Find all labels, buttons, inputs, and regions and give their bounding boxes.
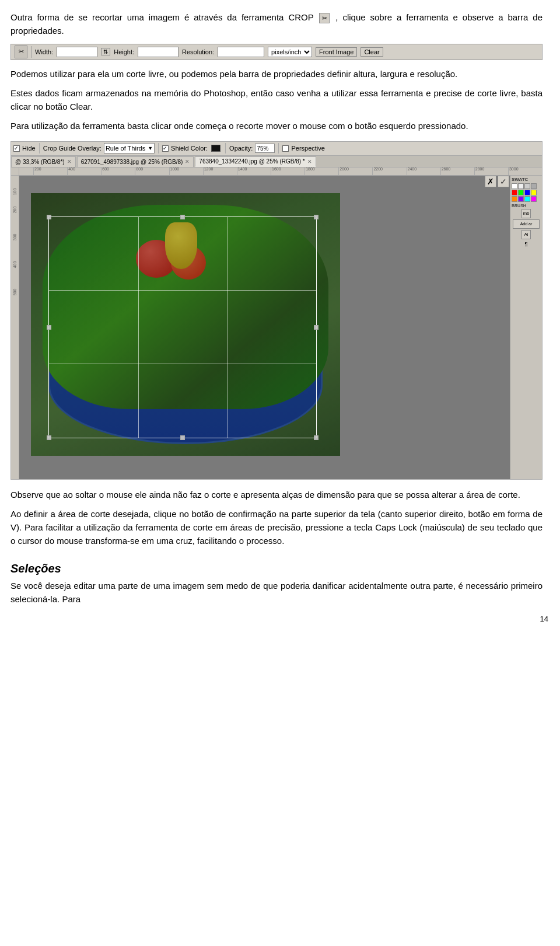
tab-bar: @ 33,3% (RGB/8*) ✕ 627091_49897338.jpg @… xyxy=(10,155,542,167)
ruler-mark: 1000 xyxy=(169,167,203,175)
vertical-ruler: 100 200 300 400 500 xyxy=(11,176,19,479)
rule-of-thirds-option: Rule of Thirds xyxy=(106,145,145,152)
tab-1-label: 627091_49897338.jpg @ 25% (RGB/8) xyxy=(81,159,183,165)
hide-checkbox[interactable] xyxy=(13,145,20,152)
handle-top-center[interactable] xyxy=(180,215,185,219)
tab-2-label: 763840_13342240.jpg @ 25% (RGB/8) * xyxy=(199,158,304,165)
tab-1[interactable]: 627091_49897338.jpg @ 25% (RGB/8) ✕ xyxy=(77,156,194,167)
shield-checkbox[interactable] xyxy=(162,145,169,152)
selecoes-para: Se você deseja editar uma parte de uma i… xyxy=(10,579,542,606)
body-para2: Estes dados ficam armazenados na memória… xyxy=(10,86,542,114)
thirds-line-v1 xyxy=(138,217,139,438)
ruler-mark: 800 xyxy=(135,167,169,175)
hide-label: Hide xyxy=(22,145,36,152)
cancel-crop-button[interactable]: ✗ xyxy=(485,176,496,187)
crop-tool-button[interactable]: ✂ xyxy=(15,46,27,58)
swatch-green[interactable] xyxy=(518,190,524,196)
ruler-mark: 2600 xyxy=(440,167,474,175)
tab-0[interactable]: @ 33,3% (RGB/8*) ✕ xyxy=(11,156,76,167)
ai-btn[interactable]: Ai xyxy=(522,230,531,239)
ruler-mark: 1200 xyxy=(203,167,237,175)
swatches-title: SWATC xyxy=(512,177,541,182)
ruler-mark: 1600 xyxy=(271,167,304,175)
handle-bottom-center[interactable] xyxy=(180,435,185,440)
handle-middle-left[interactable] xyxy=(47,325,51,330)
confirm-crop-button[interactable]: ✓ xyxy=(498,176,509,187)
tab-1-close[interactable]: ✕ xyxy=(185,159,190,165)
tab-2[interactable]: 763840_13342240.jpg @ 25% (RGB/8) * ✕ xyxy=(195,156,316,167)
handle-middle-right[interactable] xyxy=(314,325,318,330)
canvas-area: 100 200 300 400 500 ✗ ✓ xyxy=(10,175,542,480)
swatch-yellow[interactable] xyxy=(531,190,537,196)
handle-bottom-left[interactable] xyxy=(47,435,51,440)
mb-button[interactable]: mb xyxy=(522,209,531,218)
selecoes-heading: Seleções xyxy=(10,562,542,575)
resolution-unit-select[interactable]: pixels/inch xyxy=(268,47,312,57)
canvas-content: ✗ ✓ xyxy=(19,176,542,479)
height-swap-btn[interactable]: ⇅ xyxy=(101,48,110,55)
body-para1: Podemos utilizar para ela um corte livre… xyxy=(10,67,542,81)
swatches-panel: SWATC xyxy=(510,176,542,479)
ruler-mark: 1400 xyxy=(237,167,271,175)
tab-2-close[interactable]: ✕ xyxy=(307,159,312,165)
crop-guide-dropdown[interactable]: Rule of Thirds ▼ xyxy=(104,143,155,153)
swatch-magenta[interactable] xyxy=(531,196,537,202)
crop-tool-icon: ✂ xyxy=(319,13,330,23)
height-label: Height: xyxy=(114,48,134,55)
add-area-btn[interactable]: Add ar xyxy=(513,219,540,229)
swatch-lightgray[interactable] xyxy=(518,183,524,189)
resolution-input[interactable] xyxy=(218,47,264,57)
horizontal-ruler: 200 400 600 800 1000 1200 1400 1600 1800… xyxy=(10,167,542,175)
handle-top-right[interactable] xyxy=(314,215,318,219)
swatch-gray2[interactable] xyxy=(531,183,537,189)
swatch-row-1 xyxy=(512,183,541,189)
opacity-input[interactable] xyxy=(255,144,275,153)
paragraph-btn[interactable]: ¶ xyxy=(512,241,541,247)
ruler-mark: 2400 xyxy=(407,167,440,175)
swatch-orange[interactable] xyxy=(512,196,517,202)
ruler-marks: 200 400 600 800 1000 1200 1400 1600 1800… xyxy=(19,167,542,175)
width-label: Width: xyxy=(35,48,53,55)
ruler-mark: 400 xyxy=(67,167,101,175)
ruler-mark: 2000 xyxy=(338,167,372,175)
brush-label: BRUSH xyxy=(512,204,541,208)
perspective-label: Perspective xyxy=(291,145,324,152)
ruler-mark: 2800 xyxy=(474,167,508,175)
thirds-line-v2 xyxy=(227,217,228,438)
perspective-checkbox[interactable] xyxy=(282,145,289,152)
ruler-mark: 200 xyxy=(33,167,67,175)
handle-bottom-right[interactable] xyxy=(314,435,318,440)
width-input[interactable] xyxy=(57,47,97,57)
thirds-line-h2 xyxy=(49,364,316,364)
page-number: 14 xyxy=(540,615,548,623)
front-image-button[interactable]: Front Image xyxy=(316,47,357,57)
thirds-line-h1 xyxy=(49,290,316,291)
swatch-purple[interactable] xyxy=(518,196,524,202)
observe-para: Observe que ao soltar o mouse ele ainda … xyxy=(10,488,542,501)
intro-text-1: Outra forma de se recortar uma imagem é … xyxy=(10,12,313,22)
define-area-para: Ao definir a área de corte desejada, cli… xyxy=(10,507,542,548)
shield-label: Shield Color: xyxy=(171,145,208,152)
ruler-mark: 600 xyxy=(101,167,135,175)
height-input[interactable] xyxy=(138,47,178,57)
crop-guide-label: Crop Guide Overlay: xyxy=(43,145,102,152)
image-content xyxy=(31,193,340,456)
properties-bar: ✂ Width: ⇅ Height: Resolution: pixels/in… xyxy=(10,44,542,60)
tab-0-close[interactable]: ✕ xyxy=(67,159,72,165)
swatch-gray1[interactable] xyxy=(524,183,530,189)
ruler-mark: 2200 xyxy=(372,167,406,175)
swatch-white[interactable] xyxy=(512,183,517,189)
ruler-mark: 1800 xyxy=(304,167,338,175)
swatch-blue[interactable] xyxy=(524,190,530,196)
body-para3: Para utilização da ferramenta basta clic… xyxy=(10,119,542,132)
swatch-red[interactable] xyxy=(512,190,517,196)
resolution-label: Resolution: xyxy=(182,48,214,55)
handle-top-left[interactable] xyxy=(47,215,51,219)
crop-selection[interactable] xyxy=(48,217,317,438)
swatch-cyan[interactable] xyxy=(524,196,530,202)
crop-options-bar: Hide Crop Guide Overlay: Rule of Thirds … xyxy=(10,141,542,155)
photoshop-ui-section: Hide Crop Guide Overlay: Rule of Thirds … xyxy=(10,141,542,480)
shield-color-swatch[interactable] xyxy=(211,145,220,152)
tab-0-label: @ 33,3% (RGB/8*) xyxy=(15,159,65,165)
clear-button[interactable]: Clear xyxy=(360,47,383,57)
